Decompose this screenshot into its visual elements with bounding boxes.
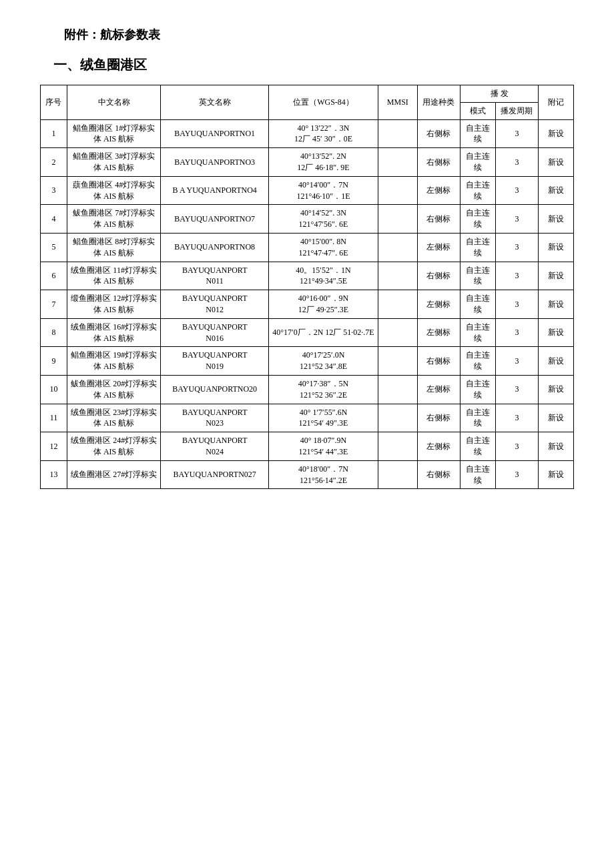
cell-note: 新设 — [539, 176, 574, 205]
cell-position: 40°13′52″. 2N 12厂 46·18″. 9E — [268, 148, 378, 177]
table-row: 12绒鱼圈港区 24#灯浮标实体 AIS 航标BAYUQUANPORT N024… — [41, 432, 574, 461]
header-mode: 模式 — [460, 102, 496, 119]
cell-cn-name: 鲅鱼圈港区 7#灯浮标实体 AIS 航标 — [67, 205, 161, 234]
cell-cn-name: 鲳鱼圈港区 1#灯浮标实体 AIS 航标 — [67, 119, 161, 148]
cell-mode: 自主连续 — [460, 375, 496, 404]
cell-note: 新设 — [539, 290, 574, 319]
cell-note: 新设 — [539, 460, 574, 489]
cell-note: 新设 — [539, 205, 574, 234]
cell-period: 3 — [495, 119, 538, 148]
cell-mmsi — [378, 460, 418, 489]
cell-mode: 自主连续 — [460, 290, 496, 319]
cell-mode: 自主连续 — [460, 318, 496, 347]
cell-mode: 自主连续 — [460, 347, 496, 376]
cell-mmsi — [378, 262, 418, 290]
cell-seq: 13 — [41, 460, 67, 489]
cell-seq: 8 — [41, 318, 67, 347]
cell-position: 40°17′0厂．2N 12厂 51·02·.7E — [268, 318, 378, 347]
cell-note: 新设 — [539, 262, 574, 290]
cell-cn-name: 蕻鱼圈港区 4#灯浮标实体 AIS 航标 — [67, 176, 161, 205]
cell-seq: 1 — [41, 119, 67, 148]
cell-usage: 右侧标 — [417, 347, 460, 376]
cell-period: 3 — [495, 432, 538, 461]
table-row: 5鲳鱼圈港区 8#灯浮标实体 AIS 航标BAYUQUANPORTNO840°1… — [41, 233, 574, 262]
cell-en-name: BAYUQUANPORTNO1 — [161, 119, 269, 148]
cell-note: 新设 — [539, 404, 574, 432]
cell-period: 3 — [495, 460, 538, 489]
cell-period: 3 — [495, 404, 538, 432]
cell-usage: 左侧标 — [417, 176, 460, 205]
cell-period: 3 — [495, 375, 538, 404]
cell-en-name: BAYUQUANPORT N012 — [161, 290, 269, 319]
cell-usage: 右侧标 — [417, 119, 460, 148]
cell-period: 3 — [495, 205, 538, 234]
cell-note: 新设 — [539, 375, 574, 404]
header-cn-name: 中文名称 — [67, 85, 161, 120]
cell-en-name: BAYUQUANPORT N024 — [161, 432, 269, 461]
cell-mode: 自主连续 — [460, 176, 496, 205]
header-note: 附记 — [539, 85, 574, 120]
cell-en-name: BAYUQUANPORTNO20 — [161, 375, 269, 404]
cell-period: 3 — [495, 262, 538, 290]
cell-seq: 11 — [41, 404, 67, 432]
cell-position: 40°16·00″．9N 12厂 49·25″.3E — [268, 290, 378, 319]
cell-mode: 自主连续 — [460, 432, 496, 461]
header-mmsi: MMSI — [378, 85, 418, 120]
cell-period: 3 — [495, 233, 538, 262]
cell-mmsi — [378, 119, 418, 148]
cell-position: 40。15′52″．1N 121°49·34″.5E — [268, 262, 378, 290]
cell-cn-name: 绒鱼圈港区 27#灯浮标实 — [67, 460, 161, 489]
cell-seq: 5 — [41, 233, 67, 262]
cell-usage: 右侧标 — [417, 460, 460, 489]
cell-seq: 6 — [41, 262, 67, 290]
cell-en-name: BAYUQUANPORT N019 — [161, 347, 269, 376]
header-en-name: 英文名称 — [161, 85, 269, 120]
cell-period: 3 — [495, 290, 538, 319]
cell-mode: 自主连续 — [460, 148, 496, 177]
cell-note: 新设 — [539, 318, 574, 347]
cell-seq: 12 — [41, 432, 67, 461]
cell-en-name: BAYUQUANPORT N023 — [161, 404, 269, 432]
cell-usage: 右侧标 — [417, 205, 460, 234]
cell-note: 新设 — [539, 432, 574, 461]
cell-note: 新设 — [539, 347, 574, 376]
cell-mode: 自主连续 — [460, 460, 496, 489]
cell-position: 40°14′52″. 3N 121°47′56″. 6E — [268, 205, 378, 234]
cell-usage: 右侧标 — [417, 262, 460, 290]
cell-period: 3 — [495, 148, 538, 177]
cell-mmsi — [378, 205, 418, 234]
table-row: 6绒鱼圈港区 11#灯浮标实体 AIS 航标BAYUQUANPORT N0114… — [41, 262, 574, 290]
cell-mode: 自主连续 — [460, 262, 496, 290]
cell-usage: 左侧标 — [417, 375, 460, 404]
cell-position: 40°17′25′.0N 121°52 34″.8E — [268, 347, 378, 376]
cell-mmsi — [378, 347, 418, 376]
cell-mmsi — [378, 233, 418, 262]
cell-mode: 自主连续 — [460, 404, 496, 432]
cell-mmsi — [378, 375, 418, 404]
table-row: 9鲳鱼圈港区 19#灯浮标实体 AIS 航标BAYUQUANPORT N0194… — [41, 347, 574, 376]
cell-cn-name: 鲳鱼圈港区 3#灯浮标实体 AIS 航标 — [67, 148, 161, 177]
header-usage: 用途种类 — [417, 85, 460, 120]
cell-mmsi — [378, 290, 418, 319]
section-title: 一、绒鱼圈港区 — [40, 56, 574, 74]
cell-usage: 右侧标 — [417, 148, 460, 177]
cell-seq: 10 — [41, 375, 67, 404]
cell-mmsi — [378, 432, 418, 461]
cell-position: 40° 1′7′55″.6N 121°54′ 49″.3E — [268, 404, 378, 432]
cell-cn-name: 鲅鱼圈港区 20#灯浮标实体 AIS 航标 — [67, 375, 161, 404]
cell-position: 40°17·38″．5N 121°52 36″.2E — [268, 375, 378, 404]
cell-seq: 2 — [41, 148, 67, 177]
cell-mode: 自主连续 — [460, 233, 496, 262]
table-row: 11绒鱼圈港区 23#灯浮标实体 AIS 航标BAYUQUANPORT N023… — [41, 404, 574, 432]
cell-note: 新设 — [539, 119, 574, 148]
cell-cn-name: 鲳鱼圈港区 8#灯浮标实体 AIS 航标 — [67, 233, 161, 262]
cell-cn-name: 绒鱼圈港区 24#灯浮标实体 AIS 航标 — [67, 432, 161, 461]
cell-cn-name: 绒鱼圈港区 16#灯浮标实体 AIS 航标 — [67, 318, 161, 347]
cell-cn-name: 绒鱼圈港区 11#灯浮标实体 AIS 航标 — [67, 262, 161, 290]
cell-position: 40° 18·07″.9N 121°54′ 44″.3E — [268, 432, 378, 461]
table-row: 13绒鱼圈港区 27#灯浮标实BAYUQUANPORTN02740°18′00″… — [41, 460, 574, 489]
cell-en-name: BAYUQUANPORTNO3 — [161, 148, 269, 177]
table-row: 7缎鱼圈港区 12#灯浮标实体 AIS 航标BAYUQUANPORT N0124… — [41, 290, 574, 319]
cell-period: 3 — [495, 176, 538, 205]
cell-en-name: BAYUQUANPORTNO8 — [161, 233, 269, 262]
